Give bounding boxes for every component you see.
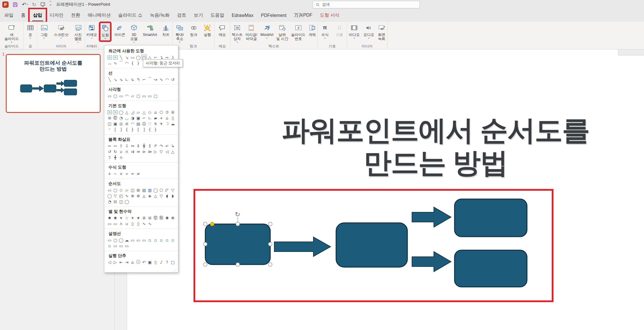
search-box[interactable]: 검색 <box>313 1 420 8</box>
shape-item-basic-shapes-11[interactable]: ▯ <box>170 115 176 121</box>
shape-item-block-arrows-5[interactable]: ⇕ <box>135 143 141 149</box>
shape-item-basic-shapes-3[interactable]: ⊘ <box>124 121 130 127</box>
shape-item-flowchart-0[interactable]: ▭ <box>107 187 112 193</box>
tab-file[interactable]: 파일 <box>1 9 17 22</box>
shape-item-basic-shapes-9[interactable]: ⎔ <box>158 109 164 115</box>
shape-item-basic-shapes-0[interactable]: 가 <box>107 109 112 115</box>
customize-qat-icon[interactable]: ˅ <box>49 1 51 8</box>
shape-item-action-buttons-1[interactable]: ▷ <box>112 259 118 265</box>
shape-item-flowchart-7[interactable]: ◈ <box>147 193 153 199</box>
shape-item-basic-shapes-6[interactable]: ☺ <box>141 121 147 127</box>
shape-item-rectangles-2[interactable]: ▭ <box>118 93 124 99</box>
shape-item-basic-shapes-3[interactable]: ◡ <box>124 115 130 121</box>
shape-item-stars-banners-1[interactable]: ✸ <box>112 215 118 221</box>
shape-item-recent-1[interactable]: 가 <box>112 55 118 60</box>
shape-item-callouts-5[interactable]: ▭ <box>135 237 141 243</box>
shape-item-block-arrows-7[interactable]: ≫ <box>147 149 153 155</box>
ribbon-button-text-box[interactable]: 가텍스트상자˅ <box>231 23 244 44</box>
rotate-handle-icon[interactable]: ↻ <box>235 211 240 218</box>
shape-item-flowchart-6[interactable]: ◬ <box>141 193 147 199</box>
shape-item-callouts-1[interactable]: ▢ <box>112 237 118 243</box>
shape-item-stars-banners-6[interactable]: ⑧ <box>141 215 147 221</box>
shape-item-block-arrows-9[interactable]: ▽ <box>158 149 164 155</box>
shape-item-block-arrows-11[interactable]: ↳ <box>170 143 176 149</box>
shape-item-flowchart-5[interactable]: ⊞ <box>135 187 141 193</box>
shape-item-basic-shapes-8[interactable]: ▰ <box>153 115 158 121</box>
ribbon-button-picture[interactable]: 그림˅ <box>40 23 49 40</box>
ribbon-button-equation[interactable]: π수식˅ <box>320 23 329 40</box>
shape-item-lines-9[interactable]: ∿ <box>158 77 164 82</box>
shape-item-basic-shapes-0[interactable]: ◫ <box>107 121 112 127</box>
shape-item-stars-banners-10[interactable]: ✺ <box>164 215 170 221</box>
shape-item-block-arrows-8[interactable]: ▷ <box>153 149 158 155</box>
shape-item-lines-11[interactable]: ↺ <box>170 77 176 82</box>
shape-item-flowchart-3[interactable]: ◯ <box>124 199 130 204</box>
shape-item-basic-shapes-7[interactable]: { <box>147 127 153 132</box>
flow-box-2[interactable] <box>336 223 407 267</box>
flow-arrow-1[interactable] <box>274 237 331 256</box>
shape-item-basic-shapes-0[interactable]: ◜ <box>107 127 112 132</box>
shape-item-basic-shapes-6[interactable]: ⌐ <box>141 115 147 121</box>
shape-item-basic-shapes-8[interactable]: ↯ <box>153 121 158 127</box>
shape-item-basic-shapes-1[interactable]: ▣ <box>112 121 118 127</box>
shape-item-flowchart-11[interactable]: ◗ <box>170 193 176 199</box>
ribbon-button-date-time[interactable]: 날짜및 시간 <box>275 23 289 41</box>
ribbon-button-cameo[interactable]: 카메오˅ <box>85 23 98 40</box>
shape-item-block-arrows-2[interactable]: ⇧ <box>118 143 124 149</box>
shape-item-block-arrows-6[interactable]: ╋ <box>141 143 147 149</box>
shape-item-action-buttons-2[interactable]: ⇤ <box>118 259 124 265</box>
shape-item-stars-banners-0[interactable]: ✹ <box>107 215 112 221</box>
ribbon-button-object[interactable]: 개체 <box>308 23 317 37</box>
shape-item-flowchart-3[interactable]: ▱ <box>124 187 130 193</box>
shape-item-basic-shapes-2[interactable]: ◎ <box>118 121 124 127</box>
shape-item-action-buttons-7[interactable]: ▣ <box>147 259 153 265</box>
undo-chevron-icon[interactable]: ˅ <box>27 3 28 6</box>
shape-item-callouts-8[interactable]: ▫ <box>153 237 158 243</box>
save-icon[interactable] <box>12 1 18 8</box>
resize-handle-e[interactable] <box>269 242 272 246</box>
menu-resize-grip[interactable]: ⋰ <box>174 268 177 272</box>
ribbon-button-wordart[interactable]: 가WordArt˅ <box>259 23 274 40</box>
flow-arrow-2[interactable] <box>412 207 451 227</box>
start-slideshow-icon[interactable] <box>40 1 46 8</box>
ribbon-button-3d-models[interactable]: 3D모델˅ <box>129 23 139 44</box>
shape-item-block-arrows-0[interactable]: ⇧ <box>107 155 112 160</box>
shape-item-basic-shapes-10[interactable]: ☽ <box>164 121 170 127</box>
shape-item-action-buttons-9[interactable]: ♪ <box>158 259 164 265</box>
shape-item-flowchart-8[interactable]: ◯ <box>153 187 158 193</box>
ribbon-button-smartart[interactable]: SmartArt <box>142 23 158 37</box>
slide-thumbnail[interactable]: 파워포인트에서 순서도를 만드는 방법 <box>6 54 101 113</box>
adjust-handle-yellow[interactable] <box>210 222 214 226</box>
shape-item-stars-banners-5[interactable]: ✷ <box>135 215 141 221</box>
shape-item-basic-shapes-9[interactable]: + <box>158 115 164 121</box>
shape-item-block-arrows-3[interactable]: ∩ <box>124 149 130 155</box>
shape-item-flowchart-4[interactable]: ◫ <box>130 187 135 193</box>
shape-item-basic-shapes-3[interactable]: △ <box>124 109 130 115</box>
shape-item-flowchart-2[interactable]: ◇ <box>118 187 124 193</box>
shape-item-basic-shapes-2[interactable]: ◔ <box>118 115 124 121</box>
shape-item-stars-banners-3[interactable]: ∪ <box>124 221 130 227</box>
shape-item-basic-shapes-1[interactable]: ⑫ <box>112 115 118 121</box>
shape-item-basic-shapes-6[interactable]: △ <box>141 109 147 115</box>
shape-item-action-buttons-4[interactable]: ⌂ <box>130 259 135 265</box>
tab-record[interactable]: 녹음/녹화 <box>146 9 173 22</box>
shape-item-flowchart-4[interactable]: ⊗ <box>130 193 135 199</box>
shape-item-stars-banners-7[interactable]: ⑩ <box>147 215 153 221</box>
shape-item-rectangles-3[interactable]: ◠ <box>124 93 130 99</box>
resize-handle-se[interactable] <box>269 263 272 267</box>
shape-item-lines-10[interactable]: ◠ <box>164 77 170 82</box>
shape-item-basic-shapes-4[interactable]: ◿ <box>130 109 135 115</box>
shape-item-action-buttons-0[interactable]: ◁ <box>107 259 112 265</box>
shape-item-recent-2[interactable]: ⌒ <box>118 60 124 66</box>
resize-handle-sw[interactable] <box>204 263 207 267</box>
shape-item-block-arrows-4[interactable]: ⇉ <box>130 149 135 155</box>
redo-button[interactable]: ↻ <box>32 1 36 8</box>
resize-handle-s[interactable] <box>236 263 240 267</box>
shape-item-block-arrows-9[interactable]: ↷ <box>158 143 164 149</box>
shape-item-callouts-2[interactable]: ▭ <box>118 243 124 249</box>
shape-item-block-arrows-11[interactable]: △ <box>170 149 176 155</box>
shape-item-flowchart-0[interactable]: ◔ <box>107 199 112 204</box>
shape-item-flowchart-8[interactable]: △ <box>153 193 158 199</box>
shape-item-equation-shapes-1[interactable]: − <box>112 171 118 177</box>
shape-item-basic-shapes-5[interactable]: [ <box>135 127 141 132</box>
